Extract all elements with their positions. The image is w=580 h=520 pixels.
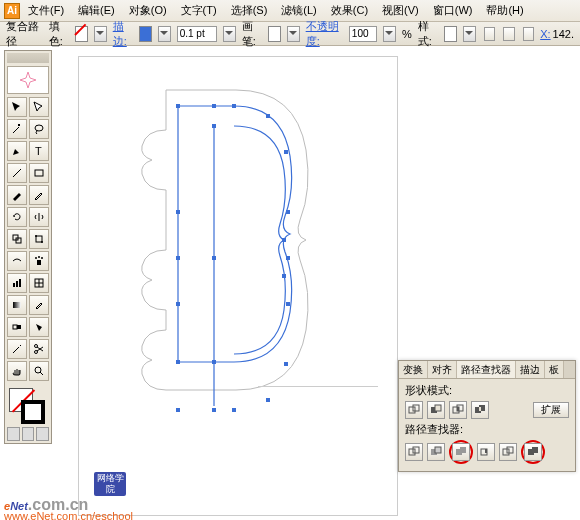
svg-rect-36 [284, 362, 288, 366]
menu-select[interactable]: 选择(S) [225, 1, 274, 20]
menu-effect[interactable]: 效果(C) [325, 1, 374, 20]
tool-free-transform[interactable] [29, 229, 49, 249]
pf-divide[interactable] [405, 443, 423, 461]
stroke-weight-dropdown[interactable] [223, 26, 236, 42]
stroke-dropdown[interactable] [158, 26, 171, 42]
tool-magic-wand[interactable] [7, 119, 27, 139]
menu-help[interactable]: 帮助(H) [480, 1, 529, 20]
tool-grid: T [7, 97, 49, 381]
tool-scale[interactable] [7, 229, 27, 249]
svg-rect-28 [232, 104, 236, 108]
pf-crop[interactable] [477, 443, 495, 461]
toolbox-logo [7, 66, 49, 94]
tool-zoom[interactable] [29, 361, 49, 381]
svg-rect-30 [284, 150, 288, 154]
tab-transform[interactable]: 变换 [399, 361, 428, 378]
svg-rect-59 [413, 447, 419, 453]
tool-rotate[interactable] [7, 207, 27, 227]
svg-point-12 [41, 257, 43, 259]
svg-rect-13 [13, 283, 15, 287]
watermark-badge: 网络学院 [94, 472, 126, 496]
brush-dropdown[interactable] [287, 26, 300, 42]
pf-outline[interactable] [499, 443, 517, 461]
mode-none[interactable] [36, 427, 49, 441]
stroke-label[interactable]: 描边: [113, 19, 133, 49]
style-swatch[interactable] [444, 26, 457, 42]
opacity-label[interactable]: 不透明度: [306, 19, 343, 49]
selected-path-d[interactable] [106, 70, 346, 490]
opt-btn-3[interactable] [523, 27, 534, 41]
svg-rect-46 [176, 210, 180, 214]
svg-rect-45 [176, 256, 180, 260]
menu-object[interactable]: 对象(O) [123, 1, 173, 20]
expand-button[interactable]: 扩展 [533, 402, 569, 418]
x-label[interactable]: X: [540, 28, 550, 40]
tab-align[interactable]: 对齐 [428, 361, 457, 378]
color-modes [7, 427, 49, 441]
svg-rect-47 [176, 302, 180, 306]
svg-rect-15 [19, 279, 21, 287]
tab-more[interactable]: 板 [545, 361, 564, 378]
svg-rect-38 [232, 408, 236, 412]
opacity-dropdown[interactable] [383, 26, 396, 42]
tool-pen[interactable] [7, 141, 27, 161]
svg-rect-41 [176, 360, 180, 364]
pf-minus-back[interactable] [524, 443, 542, 461]
tool-line[interactable] [7, 163, 27, 183]
tool-blend[interactable] [7, 317, 27, 337]
style-dropdown[interactable] [463, 26, 476, 42]
tool-rectangle[interactable] [29, 163, 49, 183]
shapemode-intersect[interactable] [449, 401, 467, 419]
stroke-weight-input[interactable] [177, 26, 217, 42]
tool-gradient[interactable] [7, 295, 27, 315]
svg-rect-37 [266, 398, 270, 402]
tool-mesh[interactable] [29, 273, 49, 293]
svg-point-0 [35, 125, 43, 131]
tool-selection[interactable] [7, 97, 27, 117]
svg-rect-61 [435, 447, 441, 453]
opt-btn-1[interactable] [484, 27, 495, 41]
toolbox-grip[interactable] [7, 53, 49, 63]
pf-merge[interactable] [452, 443, 470, 461]
shapemode-subtract[interactable] [427, 401, 445, 419]
mode-color[interactable] [7, 427, 20, 441]
tool-pencil[interactable] [29, 185, 49, 205]
menu-view[interactable]: 视图(V) [376, 1, 425, 20]
tool-warp[interactable] [7, 251, 27, 271]
tool-eyedropper[interactable] [29, 295, 49, 315]
menu-window[interactable]: 窗口(W) [427, 1, 479, 20]
tool-direct-selection[interactable] [29, 97, 49, 117]
menu-filter[interactable]: 滤镜(L) [275, 1, 322, 20]
tab-stroke[interactable]: 描边 [516, 361, 545, 378]
svg-rect-19 [13, 302, 21, 308]
svg-rect-27 [212, 104, 216, 108]
tool-hand[interactable] [7, 361, 27, 381]
tool-type[interactable]: T [29, 141, 49, 161]
tool-lasso[interactable] [29, 119, 49, 139]
tool-paintbrush[interactable] [7, 185, 27, 205]
stroke-indicator[interactable] [21, 400, 45, 424]
tool-column-graph[interactable] [7, 273, 27, 293]
opacity-input[interactable] [349, 26, 377, 42]
fill-dropdown[interactable] [94, 26, 107, 42]
fill-swatch[interactable] [75, 26, 88, 42]
tab-pathfinder[interactable]: 路径查找器 [457, 361, 516, 378]
menu-type[interactable]: 文字(T) [175, 1, 223, 20]
toolbox: T [4, 50, 52, 444]
tool-scissors[interactable] [29, 339, 49, 359]
menu-file[interactable]: 文件(F) [22, 1, 70, 20]
shapemode-exclude[interactable] [471, 401, 489, 419]
pf-trim[interactable] [427, 443, 445, 461]
tool-reflect[interactable] [29, 207, 49, 227]
tool-live-paint[interactable] [29, 317, 49, 337]
brush-swatch[interactable] [268, 26, 281, 42]
tool-slice[interactable] [7, 339, 27, 359]
svg-rect-9 [37, 260, 41, 265]
opt-btn-2[interactable] [503, 27, 514, 41]
fill-stroke-control[interactable] [7, 386, 49, 424]
menu-edit[interactable]: 编辑(E) [72, 1, 121, 20]
stroke-swatch[interactable] [139, 26, 152, 42]
tool-symbol-sprayer[interactable] [29, 251, 49, 271]
shapemode-add[interactable] [405, 401, 423, 419]
mode-gradient[interactable] [22, 427, 35, 441]
